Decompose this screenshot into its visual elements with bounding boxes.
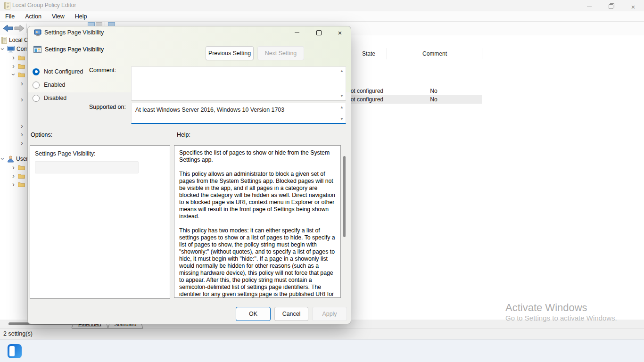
chevron-right-icon[interactable] xyxy=(21,140,26,146)
tree-item-folder[interactable] xyxy=(12,62,27,70)
tree-item-folder[interactable] xyxy=(12,180,27,189)
dialog-close-button[interactable]: × xyxy=(330,26,350,39)
help-label: Help: xyxy=(177,132,190,138)
radio-icon[interactable] xyxy=(33,95,40,102)
help-paragraph: This policy allows an administrator to b… xyxy=(179,171,336,220)
activate-windows-subtext: Go to Settings to activate Windows. xyxy=(505,314,617,322)
status-bar-text: 2 setting(s) xyxy=(3,330,33,337)
text-cursor xyxy=(285,107,285,113)
help-scrollbar-thumb[interactable] xyxy=(343,156,346,237)
dialog-minimize-button[interactable] xyxy=(287,26,307,39)
forward-arrow-icon[interactable] xyxy=(14,25,25,34)
tree-item[interactable] xyxy=(21,130,26,139)
row-comment: No xyxy=(415,88,453,94)
options-field-label: Settings Page Visibility: xyxy=(35,150,96,157)
next-setting-button[interactable]: Next Setting xyxy=(257,46,304,60)
help-paragraph: This policy has two modes: it can either… xyxy=(179,227,336,298)
column-separator[interactable] xyxy=(482,48,482,59)
dialog-titlebar[interactable]: Settings Page Visibility × xyxy=(28,26,351,39)
gpedit-app-icon xyxy=(4,2,11,11)
help-text-area[interactable]: Specifies the list of pages to show or h… xyxy=(174,145,341,298)
chevron-right-icon[interactable] xyxy=(12,181,18,187)
user-icon xyxy=(7,156,14,163)
settings-page-visibility-dialog: Settings Page Visibility × Settings Page… xyxy=(27,26,351,324)
tree-item[interactable] xyxy=(21,79,26,88)
chevron-right-icon[interactable] xyxy=(12,173,18,179)
options-panel: Settings Page Visibility: xyxy=(30,145,170,299)
row-comment: No xyxy=(415,96,453,103)
folder-icon xyxy=(18,72,25,77)
statusbar-divider xyxy=(0,329,644,329)
dialog-title: Settings Page Visibility xyxy=(44,29,104,36)
tree-item-folder[interactable] xyxy=(12,163,27,172)
chevron-right-icon[interactable] xyxy=(21,81,26,86)
folder-icon xyxy=(18,173,25,179)
comment-textarea[interactable]: ▲ ▼ xyxy=(131,66,346,100)
window-title: Local Group Policy Editor xyxy=(12,2,76,8)
desktop: Local Group Policy Editor × File Action … xyxy=(0,0,644,362)
folder-icon xyxy=(18,165,25,170)
tree-item-folder[interactable] xyxy=(12,172,27,180)
chevron-right-icon[interactable] xyxy=(12,63,18,69)
row-state: Not configured xyxy=(347,96,383,103)
tree-item[interactable] xyxy=(21,139,26,147)
row-state: Not configured xyxy=(347,88,383,94)
radio-disabled[interactable]: Disabled xyxy=(33,93,66,103)
taskbar: Search xyxy=(0,339,644,362)
toolbar-separator xyxy=(26,24,27,33)
chevron-right-icon[interactable] xyxy=(21,123,26,129)
scroll-down-icon[interactable]: ▼ xyxy=(340,94,344,98)
column-header-comment[interactable]: Comment xyxy=(398,48,471,60)
chevron-right-icon[interactable] xyxy=(21,132,26,137)
cancel-button[interactable]: Cancel xyxy=(274,307,308,321)
group-policy-dialog-icon xyxy=(34,29,42,39)
previous-setting-button[interactable]: Previous Setting xyxy=(206,46,254,60)
options-label: Options: xyxy=(31,132,52,138)
radio-enabled[interactable]: Enabled xyxy=(33,80,65,90)
folder-icon xyxy=(18,55,25,60)
tree-item[interactable] xyxy=(21,122,26,130)
radio-not-configured[interactable]: Not Configured xyxy=(33,67,83,76)
scroll-down-icon[interactable]: ▼ xyxy=(340,117,344,121)
column-separator[interactable] xyxy=(387,48,387,59)
chevron-right-icon[interactable] xyxy=(12,165,18,170)
policy-setting-icon xyxy=(33,45,41,55)
comment-label: Comment: xyxy=(89,67,116,74)
policy-name: Settings Page Visibility xyxy=(45,46,104,53)
apply-button[interactable]: Apply xyxy=(312,307,347,321)
chevron-down-icon[interactable] xyxy=(12,72,18,77)
menu-view[interactable]: View xyxy=(47,13,70,20)
scroll-up-icon[interactable]: ▲ xyxy=(340,105,344,109)
help-paragraph: Specifies the list of pages to show or h… xyxy=(179,149,336,164)
computer-icon xyxy=(7,46,15,53)
chevron-right-icon[interactable] xyxy=(21,97,26,102)
column-header-state[interactable]: State xyxy=(351,48,387,60)
tree-item[interactable] xyxy=(21,95,26,104)
back-arrow-icon[interactable] xyxy=(3,25,13,34)
supported-on-textarea[interactable]: At least Windows Server 2016, Windows 10… xyxy=(131,103,346,124)
chevron-down-icon[interactable] xyxy=(1,46,7,52)
widgets-button[interactable] xyxy=(8,344,22,358)
settings-page-visibility-input[interactable] xyxy=(35,161,139,173)
ok-button[interactable]: OK xyxy=(236,307,271,321)
chevron-down-icon[interactable] xyxy=(1,156,7,162)
tree-item-folder[interactable] xyxy=(12,53,27,62)
radio-icon[interactable] xyxy=(33,82,40,89)
folder-icon xyxy=(18,181,25,187)
window-titlebar[interactable]: Local Group Policy Editor × xyxy=(0,0,644,11)
supported-on-label: Supported on: xyxy=(89,104,126,110)
folder-icon xyxy=(18,63,25,69)
tree-item-folder-expanded[interactable] xyxy=(12,70,27,79)
menu-bar: File Action View Help xyxy=(0,11,644,22)
scroll-up-icon[interactable]: ▲ xyxy=(340,69,344,73)
menu-file[interactable]: File xyxy=(0,13,20,20)
gpedit-scroll-icon xyxy=(1,37,7,44)
chevron-right-icon[interactable] xyxy=(12,55,18,60)
radio-selected-icon[interactable] xyxy=(33,68,40,75)
menu-help[interactable]: Help xyxy=(70,13,92,20)
dialog-maximize-button[interactable] xyxy=(309,26,329,39)
activate-windows-watermark: Activate Windows xyxy=(505,302,587,314)
menu-action[interactable]: Action xyxy=(20,13,47,20)
